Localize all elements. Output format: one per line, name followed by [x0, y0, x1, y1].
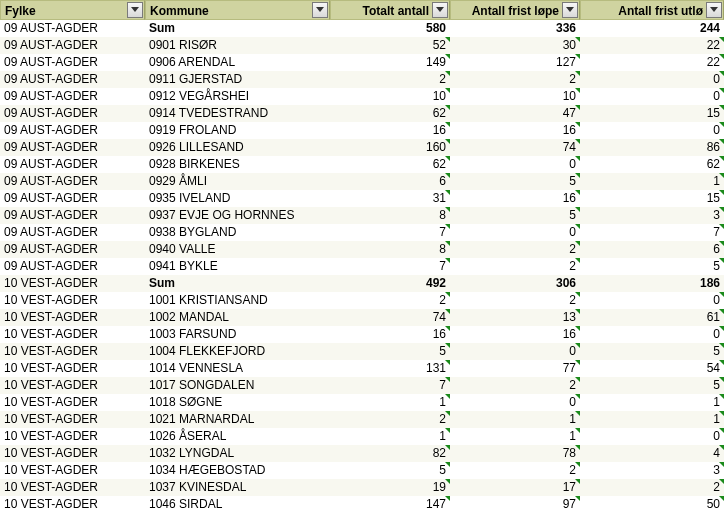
cell-totalt[interactable]: 2 [330, 411, 450, 428]
cell-lope[interactable]: 0 [450, 224, 580, 241]
cell-totalt[interactable]: 8 [330, 241, 450, 258]
cell-fylke[interactable]: 09 AUST-AGDER [0, 105, 145, 122]
cell-totalt[interactable]: 31 [330, 190, 450, 207]
cell-lope[interactable]: 5 [450, 173, 580, 190]
cell-fylke[interactable]: 09 AUST-AGDER [0, 37, 145, 54]
cell-totalt[interactable]: 492 [330, 275, 450, 292]
cell-lope[interactable]: 2 [450, 258, 580, 275]
cell-fylke[interactable]: 10 VEST-AGDER [0, 343, 145, 360]
table-row[interactable]: 10 VEST-AGDER1003 FARSUND16160 [0, 326, 724, 343]
cell-lope[interactable]: 127 [450, 54, 580, 71]
cell-kommune[interactable]: 0919 FROLAND [145, 122, 330, 139]
cell-kommune[interactable]: 1032 LYNGDAL [145, 445, 330, 462]
cell-lope[interactable]: 77 [450, 360, 580, 377]
table-row[interactable]: 09 AUST-AGDER0937 EVJE OG HORNNES853 [0, 207, 724, 224]
cell-utlo[interactable]: 86 [580, 139, 724, 156]
cell-lope[interactable]: 5 [450, 207, 580, 224]
cell-kommune[interactable]: 0928 BIRKENES [145, 156, 330, 173]
cell-kommune[interactable]: 1026 ÅSERAL [145, 428, 330, 445]
cell-totalt[interactable]: 1 [330, 394, 450, 411]
cell-lope[interactable]: 16 [450, 326, 580, 343]
table-row[interactable]: 09 AUST-AGDER0901 RISØR523022 [0, 37, 724, 54]
cell-totalt[interactable]: 147 [330, 496, 450, 513]
cell-utlo[interactable]: 5 [580, 343, 724, 360]
cell-utlo[interactable]: 15 [580, 190, 724, 207]
cell-totalt[interactable]: 16 [330, 326, 450, 343]
cell-lope[interactable]: 78 [450, 445, 580, 462]
filter-dropdown-icon[interactable] [706, 2, 722, 18]
table-row[interactable]: 09 AUST-AGDER0935 IVELAND311615 [0, 190, 724, 207]
filter-dropdown-icon[interactable] [312, 2, 328, 18]
cell-kommune[interactable]: 0935 IVELAND [145, 190, 330, 207]
cell-utlo[interactable]: 22 [580, 37, 724, 54]
cell-lope[interactable]: 10 [450, 88, 580, 105]
cell-lope[interactable]: 16 [450, 190, 580, 207]
table-row[interactable]: 10 VEST-AGDER1021 MARNARDAL211 [0, 411, 724, 428]
cell-lope[interactable]: 1 [450, 428, 580, 445]
table-row[interactable]: 10 VEST-AGDER1004 FLEKKEFJORD505 [0, 343, 724, 360]
cell-totalt[interactable]: 2 [330, 71, 450, 88]
cell-fylke[interactable]: 10 VEST-AGDER [0, 360, 145, 377]
cell-kommune[interactable]: 0929 ÅMLI [145, 173, 330, 190]
table-row[interactable]: 09 AUST-AGDER0926 LILLESAND1607486 [0, 139, 724, 156]
cell-utlo[interactable]: 0 [580, 428, 724, 445]
table-row[interactable]: 09 AUST-AGDER0914 TVEDESTRAND624715 [0, 105, 724, 122]
cell-lope[interactable]: 30 [450, 37, 580, 54]
cell-totalt[interactable]: 7 [330, 258, 450, 275]
cell-utlo[interactable]: 244 [580, 20, 724, 37]
table-row[interactable]: 09 AUST-AGDER0928 BIRKENES62062 [0, 156, 724, 173]
cell-totalt[interactable]: 16 [330, 122, 450, 139]
cell-fylke[interactable]: 10 VEST-AGDER [0, 496, 145, 513]
cell-lope[interactable]: 2 [450, 241, 580, 258]
cell-utlo[interactable]: 22 [580, 54, 724, 71]
cell-utlo[interactable]: 3 [580, 462, 724, 479]
cell-fylke[interactable]: 10 VEST-AGDER [0, 377, 145, 394]
cell-utlo[interactable]: 2 [580, 479, 724, 496]
cell-totalt[interactable]: 7 [330, 377, 450, 394]
cell-totalt[interactable]: 82 [330, 445, 450, 462]
cell-totalt[interactable]: 74 [330, 309, 450, 326]
cell-utlo[interactable]: 4 [580, 445, 724, 462]
cell-totalt[interactable]: 52 [330, 37, 450, 54]
cell-utlo[interactable]: 7 [580, 224, 724, 241]
table-row[interactable]: 10 VEST-AGDER1014 VENNESLA1317754 [0, 360, 724, 377]
cell-fylke[interactable]: 09 AUST-AGDER [0, 122, 145, 139]
header-kommune[interactable]: Kommune [145, 0, 330, 20]
cell-fylke[interactable]: 10 VEST-AGDER [0, 411, 145, 428]
cell-kommune[interactable]: 1046 SIRDAL [145, 496, 330, 513]
table-row[interactable]: 10 VEST-AGDER1037 KVINESDAL19172 [0, 479, 724, 496]
table-row[interactable]: 10 VEST-AGDER1032 LYNGDAL82784 [0, 445, 724, 462]
cell-lope[interactable]: 74 [450, 139, 580, 156]
cell-totalt[interactable]: 149 [330, 54, 450, 71]
cell-utlo[interactable]: 1 [580, 411, 724, 428]
cell-totalt[interactable]: 131 [330, 360, 450, 377]
cell-totalt[interactable]: 160 [330, 139, 450, 156]
cell-lope[interactable]: 16 [450, 122, 580, 139]
table-row[interactable]: 09 AUST-AGDER0911 GJERSTAD220 [0, 71, 724, 88]
header-lope[interactable]: Antall frist løpe [450, 0, 580, 20]
cell-fylke[interactable]: 09 AUST-AGDER [0, 258, 145, 275]
cell-kommune[interactable]: 1003 FARSUND [145, 326, 330, 343]
cell-lope[interactable]: 2 [450, 292, 580, 309]
cell-utlo[interactable]: 0 [580, 71, 724, 88]
cell-utlo[interactable]: 62 [580, 156, 724, 173]
cell-kommune[interactable]: 1018 SØGNE [145, 394, 330, 411]
cell-lope[interactable]: 336 [450, 20, 580, 37]
cell-fylke[interactable]: 09 AUST-AGDER [0, 190, 145, 207]
cell-totalt[interactable]: 62 [330, 105, 450, 122]
cell-utlo[interactable]: 1 [580, 394, 724, 411]
cell-kommune[interactable]: 1001 KRISTIANSAND [145, 292, 330, 309]
cell-kommune[interactable]: 1002 MANDAL [145, 309, 330, 326]
cell-utlo[interactable]: 0 [580, 122, 724, 139]
cell-utlo[interactable]: 5 [580, 377, 724, 394]
table-row[interactable]: 10 VEST-AGDERSum492306186 [0, 275, 724, 292]
cell-kommune[interactable]: 0926 LILLESAND [145, 139, 330, 156]
cell-fylke[interactable]: 10 VEST-AGDER [0, 462, 145, 479]
cell-kommune[interactable]: 0938 BYGLAND [145, 224, 330, 241]
cell-kommune[interactable]: 0940 VALLE [145, 241, 330, 258]
table-row[interactable]: 10 VEST-AGDER1017 SONGDALEN725 [0, 377, 724, 394]
cell-lope[interactable]: 306 [450, 275, 580, 292]
cell-kommune[interactable]: 0906 ARENDAL [145, 54, 330, 71]
cell-utlo[interactable]: 61 [580, 309, 724, 326]
filter-dropdown-icon[interactable] [562, 2, 578, 18]
